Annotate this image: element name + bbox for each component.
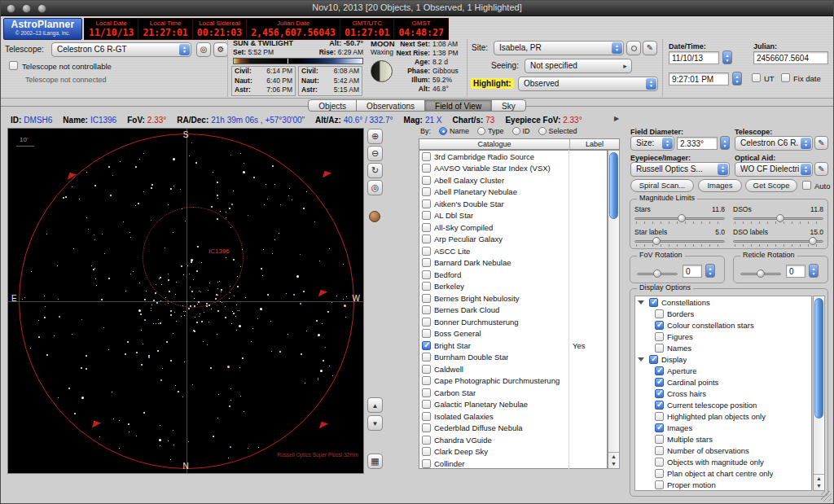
display-option-row[interactable]: Names xyxy=(635,342,811,353)
display-option-row[interactable]: Figures xyxy=(635,331,811,342)
catalogue-row[interactable]: Abell Planetary Nebulae xyxy=(419,186,607,199)
catalogue-checkbox[interactable] xyxy=(422,447,431,456)
site-search-button[interactable] xyxy=(626,41,641,55)
display-option-row[interactable]: Highlighted plan objects only xyxy=(635,410,811,422)
site-select[interactable]: Isabela, PR xyxy=(494,41,624,55)
catalogue-checkbox[interactable] xyxy=(422,270,431,279)
display-option-checkbox[interactable] xyxy=(655,378,664,387)
display-option-row[interactable]: Borders xyxy=(635,308,811,319)
chart-up-button[interactable]: ▲ xyxy=(367,397,383,413)
julian-field[interactable]: 2456607.5604 xyxy=(753,51,828,64)
filter-radio[interactable]: Type xyxy=(477,127,504,135)
display-option-checkbox[interactable] xyxy=(655,389,664,398)
catalogue-row[interactable]: 3rd Cambridge Radio Source xyxy=(419,151,607,163)
display-options-scrollbar[interactable]: ▲▼ xyxy=(813,296,825,491)
scrollbar-arrows[interactable]: ▲▼ xyxy=(608,452,619,468)
catalogue-checkbox[interactable] xyxy=(422,164,431,173)
display-option-checkbox[interactable] xyxy=(649,355,658,364)
slider-thumb[interactable] xyxy=(653,270,661,278)
display-option-row[interactable]: Objects with magnitude only xyxy=(635,456,811,467)
display-option-row[interactable]: Number of observations xyxy=(635,445,811,456)
scrollbar-arrows[interactable]: ▲▼ xyxy=(814,474,824,490)
display-option-checkbox[interactable] xyxy=(655,366,664,375)
field-size-field[interactable]: 2.333° xyxy=(677,137,718,150)
catalogue-checkbox[interactable] xyxy=(422,199,431,208)
zoom-in-button[interactable]: ⊕ xyxy=(367,129,383,144)
fov-rotation-stepper[interactable] xyxy=(705,264,715,278)
time-field[interactable]: 9:27:01 PM xyxy=(669,72,729,85)
star-chart[interactable]: S N E W 10' IC1396 Russell Optics Super … xyxy=(7,128,364,474)
catalogue-checkbox[interactable] xyxy=(422,423,431,432)
catalogue-checkbox[interactable] xyxy=(422,258,431,267)
catalogue-list[interactable]: 3rd Cambridge Radio Source AAVSO Variabl… xyxy=(419,150,608,469)
eyepiece-select[interactable]: Russell Optics S... xyxy=(630,162,730,177)
catalogue-row[interactable]: Caldwell xyxy=(419,363,607,375)
reticle-rotation-stepper[interactable] xyxy=(809,264,819,278)
magnitude-slider[interactable] xyxy=(634,213,725,225)
catalogue-row[interactable]: Cederblad Diffuse Nebula xyxy=(419,423,607,435)
date-field[interactable]: 11/10/13 xyxy=(669,51,719,64)
display-option-row[interactable]: Cardinal points xyxy=(635,376,811,388)
images-button[interactable]: Images xyxy=(698,179,742,192)
catalogue-checkbox[interactable] xyxy=(422,459,431,468)
display-option-checkbox[interactable] xyxy=(655,332,664,341)
fov-bar-expand-button[interactable]: ▶ xyxy=(614,115,619,122)
date-stepper[interactable] xyxy=(722,50,732,64)
field-size-stepper[interactable] xyxy=(720,136,730,150)
site-edit-button[interactable]: ✎ xyxy=(643,41,657,55)
display-option-checkbox[interactable] xyxy=(649,298,658,307)
tab[interactable]: Observations xyxy=(356,99,425,112)
slider-thumb[interactable] xyxy=(776,214,784,222)
filter-radio[interactable]: Selected xyxy=(538,127,577,135)
catalogue-row[interactable]: Chandra VGuide xyxy=(419,434,607,446)
disclosure-triangle-icon[interactable] xyxy=(638,300,644,305)
rotate-chart-button[interactable]: ↻ xyxy=(367,163,383,178)
scrollbar-thumb[interactable] xyxy=(814,298,823,419)
catalogue-row[interactable]: Bonner Durchmusterung xyxy=(419,316,607,328)
slider-thumb[interactable] xyxy=(757,270,765,278)
chart-grid-button[interactable]: ▦ xyxy=(367,454,383,469)
spiral-scan-button[interactable]: Spiral Scan... xyxy=(630,179,694,192)
fov-rotation-slider[interactable] xyxy=(637,269,678,280)
telescope-select[interactable]: Celestron C6 R-GT xyxy=(51,42,191,57)
catalogue-checkbox[interactable] xyxy=(422,318,431,327)
slider-thumb[interactable] xyxy=(652,237,661,245)
filter-radio[interactable]: Name xyxy=(439,127,469,135)
reticle-rotation-field[interactable]: 0 xyxy=(786,265,805,278)
window-resize-grip[interactable] xyxy=(821,491,832,502)
display-option-checkbox[interactable] xyxy=(655,412,664,421)
catalogue-checkbox[interactable] xyxy=(422,247,431,256)
display-options-list[interactable]: Constellations Borders Colour constellat… xyxy=(634,296,812,491)
display-option-row[interactable]: Constellations xyxy=(635,296,811,308)
catalogue-row[interactable]: Cape Photographic Durchmusterung xyxy=(419,375,607,388)
tab[interactable]: Field of View xyxy=(424,99,492,112)
seeing-select[interactable]: Not specified xyxy=(525,59,632,73)
catalogue-row[interactable]: Berkeley xyxy=(419,281,607,293)
scrollbar-thumb[interactable] xyxy=(609,152,618,219)
catalogue-checkbox[interactable] xyxy=(422,294,431,303)
tab[interactable]: Sky xyxy=(491,99,526,112)
display-option-checkbox[interactable] xyxy=(655,309,664,318)
catalogue-checkbox[interactable] xyxy=(422,376,431,385)
catalogue-checkbox[interactable] xyxy=(422,305,431,314)
catalogue-checkbox[interactable] xyxy=(422,353,431,362)
fov-telescope-select[interactable]: Celestron C6 R... xyxy=(735,136,813,151)
display-option-checkbox[interactable] xyxy=(655,469,664,478)
catalogue-row[interactable]: Galactic Planetary Nebulae xyxy=(419,399,607,411)
label-column-header[interactable]: Label xyxy=(569,139,619,149)
fov-rotation-field[interactable]: 0 xyxy=(683,265,702,278)
display-option-row[interactable]: Proper motion xyxy=(635,479,811,490)
edit-eyepiece-button[interactable]: ✎ xyxy=(814,162,828,176)
telescope-not-controllable-checkbox[interactable] xyxy=(9,61,18,70)
time-stepper[interactable] xyxy=(732,72,742,85)
tab[interactable]: Objects xyxy=(308,99,357,112)
catalogue-row[interactable]: Boss General xyxy=(419,328,607,340)
zoom-out-button[interactable]: ⊖ xyxy=(367,146,383,161)
catalogue-checkbox[interactable] xyxy=(422,329,431,338)
catalogue-checkbox[interactable] xyxy=(422,187,431,196)
catalogue-row[interactable]: Arp Peculiar Galaxy xyxy=(419,234,607,246)
catalogue-checkbox[interactable] xyxy=(422,223,431,232)
catalogue-row[interactable]: ASCC Lite xyxy=(419,245,607,257)
catalogue-row[interactable]: Bedford xyxy=(419,269,607,281)
catalogue-checkbox[interactable] xyxy=(422,176,431,185)
